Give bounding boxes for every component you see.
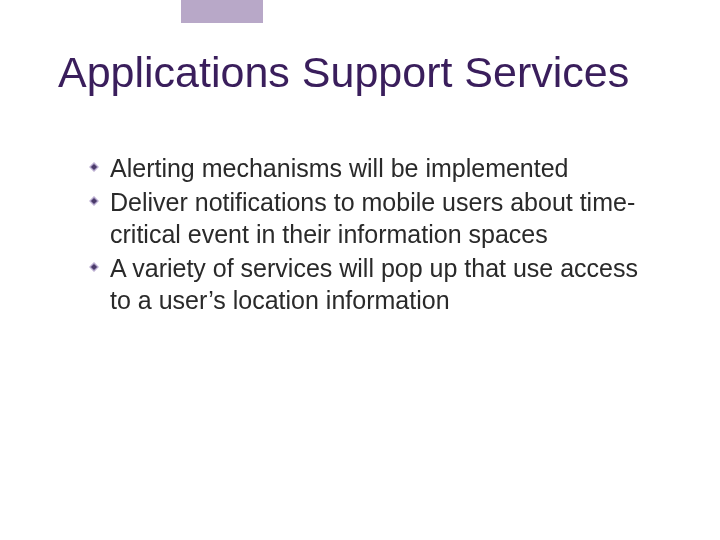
diamond-bullet-icon — [88, 261, 100, 273]
list-item: A variety of services will pop up that u… — [88, 252, 660, 316]
bullet-text: Deliver notifications to mobile users ab… — [110, 188, 635, 248]
list-item: Alerting mechanisms will be implemented — [88, 152, 660, 184]
slide: Applications Support Services Alerting m… — [0, 0, 720, 540]
bullet-text: Alerting mechanisms will be implemented — [110, 154, 569, 182]
list-item: Deliver notifications to mobile users ab… — [88, 186, 660, 250]
slide-body: Alerting mechanisms will be implemented … — [88, 152, 660, 318]
diamond-bullet-icon — [88, 195, 100, 207]
slide-title: Applications Support Services — [58, 48, 629, 97]
diamond-bullet-icon — [88, 161, 100, 173]
bullet-text: A variety of services will pop up that u… — [110, 254, 638, 314]
